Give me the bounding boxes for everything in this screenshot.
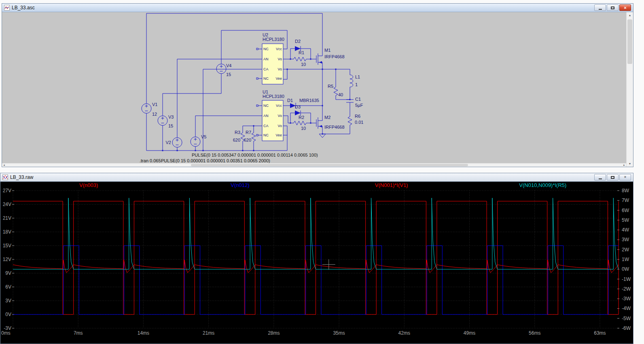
left-axis-tick-label[interactable]: 3V [5,298,11,304]
u1-part[interactable]: HCPL3180 [263,94,284,99]
component-r5[interactable]: R5 40 [328,84,343,97]
x-axis-tick-label[interactable]: 49ms [464,330,475,336]
horizontal-scroll-track[interactable] [6,164,622,167]
c1-name[interactable]: C1 [355,97,361,102]
component-v2[interactable]: V2 [166,138,182,147]
r1-name[interactable]: R1 [299,50,304,55]
component-d1[interactable]: D1 MBR1635 [287,98,319,108]
l1-value[interactable]: 1 [355,82,358,87]
m2-name[interactable]: M2 [324,115,330,120]
left-axis-tick-label[interactable]: 15V [3,243,11,248]
v4-value[interactable]: 15 [226,72,231,77]
v2-name[interactable]: V2 [166,140,171,145]
component-r6[interactable]: R6 0.01 [348,114,363,126]
r5-value[interactable]: 40 [338,92,343,97]
horizontal-scroll-thumb[interactable] [191,164,468,166]
x-axis-tick-label[interactable]: 35ms [333,330,345,336]
component-d3[interactable]: D3 [295,104,301,115]
v5-name[interactable]: V5 [201,134,206,139]
r1-value[interactable]: 10 [301,62,306,67]
right-axis-tick-label[interactable]: 7W [622,197,629,203]
left-axis-tick-label[interactable]: 0V [5,312,11,317]
d2-name[interactable]: D2 [295,39,301,44]
right-axis-tick-label[interactable]: 2W [622,247,629,253]
v3-name[interactable]: V3 [168,115,174,119]
waveform-plot[interactable]: 27V24V21V18V15V12V9V6V3V0V-3V8W7W6W5W4W3… [0,182,633,344]
legend-trace-label[interactable]: V(n012) [231,182,249,188]
r3-value[interactable]: 620 [233,138,240,142]
scroll-right-icon[interactable]: ► [622,164,626,166]
left-axis-tick-label[interactable]: 24V [3,202,11,207]
scroll-down-icon[interactable]: ▼ [627,161,633,167]
right-axis-tick-label[interactable]: -6W [622,325,631,331]
waveform-close-button[interactable]: × [619,174,631,180]
left-axis-tick-label[interactable]: 9V [5,270,11,276]
right-axis-tick-label[interactable]: 0W [622,266,629,272]
m1-name[interactable]: M1 [324,48,330,53]
x-axis-tick-label[interactable]: 28ms [268,330,280,336]
c1-value[interactable]: 5µF [355,103,363,108]
right-axis-tick-label[interactable]: -4W [622,306,631,311]
left-axis-tick-label[interactable]: 21V [3,215,11,221]
right-axis-tick-label[interactable]: -1W [622,276,631,282]
component-u2[interactable]: U2 HCPL3180 NC AN CA NC Vcc Vo Vo Vee [256,32,284,84]
u2-part[interactable]: HCPL3180 [263,37,284,42]
left-axis-tick-label[interactable]: 18V [3,229,11,235]
right-axis-tick-label[interactable]: 3W [622,237,629,242]
spice-directive-pulse-a[interactable]: PULSE(0 15 0.005347 0.000001 0.000001 0.… [192,153,318,157]
vertical-scrollbar[interactable]: ▲ ▼ [626,12,633,167]
component-v5[interactable]: V5 [191,134,206,147]
component-c1[interactable]: C1 5µF [346,97,363,108]
x-axis-tick-label[interactable]: 14ms [138,330,149,336]
x-axis-tick-label[interactable]: 42ms [398,330,410,336]
component-r7[interactable]: R7 620 [244,130,256,142]
l1-name[interactable]: L1 [355,74,360,79]
component-r3[interactable]: R3 620 [233,130,245,142]
waveform-titlebar[interactable]: LB_33.raw × [0,173,633,182]
schematic-close-button[interactable]: × [619,4,631,11]
component-m1[interactable]: M1 IRFP4668 [316,48,345,65]
component-l1[interactable]: L1 1 [350,74,360,87]
component-d2[interactable]: D2 [295,39,301,51]
right-axis-tick-label[interactable]: -5W [622,316,631,321]
r2-name[interactable]: R2 [299,115,304,120]
component-r2[interactable]: R2 10 [290,115,311,131]
right-axis-tick-label[interactable]: -3W [622,296,631,302]
component-r1[interactable]: R1 10 [290,50,311,67]
left-axis-tick-label[interactable]: 27V [3,188,11,193]
component-v3[interactable]: V3 15 [158,115,174,128]
horizontal-scrollbar[interactable]: ◄ ► [2,163,626,167]
r7-name[interactable]: R7 [246,130,251,135]
r6-value[interactable]: 0.01 [355,120,363,125]
m2-value[interactable]: IRFP4668 [324,125,345,130]
schematic-canvas[interactable]: U2 HCPL3180 NC AN CA NC Vcc Vo Vo Vee [2,12,626,163]
x-axis-tick-label[interactable]: 56ms [529,330,540,336]
r5-name[interactable]: R5 [328,84,333,89]
right-axis-tick-label[interactable]: 8W [622,188,629,193]
x-axis-tick-label[interactable]: 63ms [594,330,606,336]
scroll-up-icon[interactable]: ▲ [627,12,633,18]
spice-directive-tran[interactable]: .tran 0.065 [140,158,161,163]
component-u1[interactable]: U1 HCPL3180 NC AN CA NC Vcc Vo Vo Vee [256,89,284,141]
v4-name[interactable]: V4 [226,63,231,68]
right-axis-tick-label[interactable]: 5W [622,217,629,223]
d1-name[interactable]: D1 [287,98,293,103]
waveform-maximize-button[interactable] [607,174,619,180]
m1-value[interactable]: IRFP4668 [324,54,345,59]
r7-value[interactable]: 620 [244,138,251,142]
right-axis-tick-label[interactable]: 1W [622,257,629,262]
spice-directive-pulse-b[interactable]: PULSE(0 15 0.000001 0.000001 0.00351 0.0… [161,158,270,163]
r3-name[interactable]: R3 [235,130,240,135]
legend-trace-label[interactable]: V(N010,N009)*I(R5) [519,182,566,188]
right-axis-tick-label[interactable]: 4W [622,227,629,233]
component-m2[interactable]: M2 IRFP4668 [316,115,345,130]
component-v4[interactable]: V4 15 [216,63,231,77]
schematic-maximize-button[interactable] [607,4,619,11]
vertical-scroll-thumb[interactable] [627,19,632,64]
d3-name[interactable]: D3 [295,104,301,109]
waveform-minimize-button[interactable] [594,174,606,180]
v3-value[interactable]: 15 [168,123,173,128]
left-axis-tick-label[interactable]: 6V [5,284,11,290]
schematic-minimize-button[interactable] [594,4,606,11]
v1-value[interactable]: 12 [152,112,157,117]
